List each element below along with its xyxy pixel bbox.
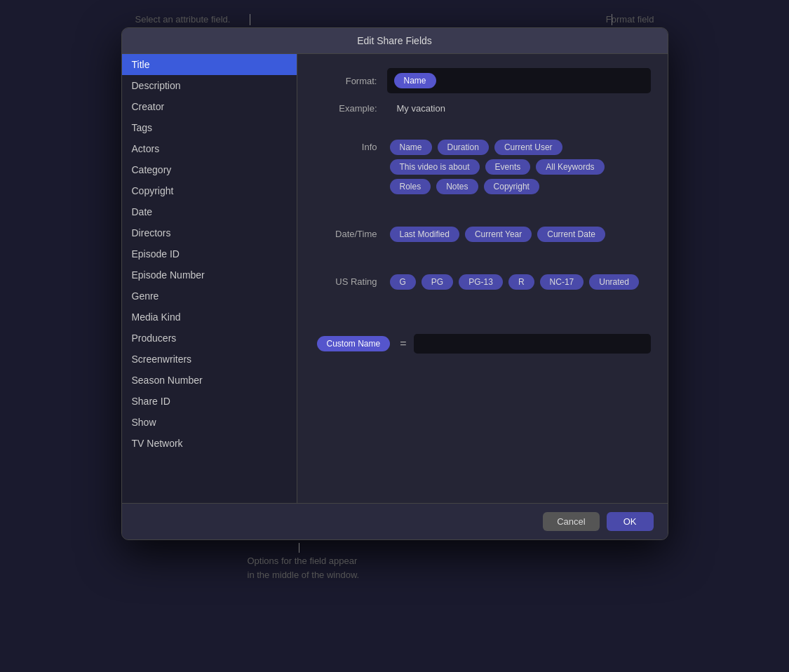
info-token-events[interactable]: Events (485, 159, 531, 175)
info-token-name[interactable]: Name (390, 140, 432, 155)
sidebar-item-producers[interactable]: Producers (122, 328, 297, 349)
sidebar-item-screenwriters[interactable]: Screenwriters (122, 349, 297, 370)
info-token-this-video[interactable]: This video is about (390, 159, 480, 175)
dialog-content: Title Description Creator Tags Actors Ca… (122, 54, 668, 503)
example-value: My vacation (397, 103, 445, 114)
sidebar-item-actors[interactable]: Actors (122, 138, 297, 159)
datetime-label: Date/Time (314, 224, 377, 239)
annotation-format-field: Format field (606, 14, 654, 25)
edit-share-fields-dialog: Edit Share Fields Title Description Crea… (121, 27, 668, 540)
cancel-button[interactable]: Cancel (543, 512, 599, 531)
top-annotation-container: Select an attribute field. Format field (121, 14, 668, 27)
rating-token-g[interactable]: G (390, 274, 416, 290)
custom-text-input[interactable] (414, 334, 651, 354)
format-name-token[interactable]: Name (394, 73, 436, 88)
sidebar-item-show[interactable]: Show (122, 412, 297, 433)
sidebar-item-episode-number[interactable]: Episode Number (122, 264, 297, 285)
usrating-tokens-grid: G PG PG-13 R NC-17 Unrated (387, 272, 651, 292)
ok-button[interactable]: OK (607, 512, 654, 531)
sidebar-item-date[interactable]: Date (122, 201, 297, 222)
info-token-duration[interactable]: Duration (438, 140, 489, 155)
usrating-section-row: US Rating G PG PG-13 R NC-17 Unrated (314, 272, 651, 292)
example-label: Example: (314, 103, 377, 114)
annotation-select-attribute: Select an attribute field. (135, 14, 231, 25)
format-input-area[interactable]: Name (387, 68, 651, 93)
example-row: Example: My vacation (314, 103, 651, 114)
dialog-footer: Cancel OK (122, 503, 668, 539)
datetime-token-last-modified[interactable]: Last Modified (390, 227, 459, 242)
info-section-row: Info Name Duration Current User This vid… (314, 137, 651, 196)
info-token-copyright[interactable]: Copyright (484, 179, 539, 194)
info-token-current-user[interactable]: Current User (494, 140, 562, 155)
info-token-notes[interactable]: Notes (436, 179, 478, 194)
bottom-annotation-container: Options for the field appearin the middl… (121, 543, 668, 582)
rating-token-nc17[interactable]: NC-17 (540, 274, 584, 290)
dialog-title: Edit Share Fields (357, 35, 432, 46)
info-tokens-grid: Name Duration Current User This video is… (387, 137, 651, 196)
sidebar-item-creator[interactable]: Creator (122, 96, 297, 117)
sidebar-item-share-id[interactable]: Share ID (122, 391, 297, 412)
datetime-token-current-year[interactable]: Current Year (465, 227, 532, 242)
sidebar-item-tags[interactable]: Tags (122, 117, 297, 138)
main-content: Format: Name Example: My vacation Info N… (297, 54, 668, 503)
sidebar-item-tv-network[interactable]: TV Network (122, 433, 297, 454)
rating-token-pg13[interactable]: PG-13 (459, 274, 503, 290)
info-label: Info (314, 137, 377, 152)
format-label: Format: (314, 76, 377, 86)
info-token-roles[interactable]: Roles (390, 179, 431, 194)
usrating-label: US Rating (314, 272, 377, 287)
sidebar-item-category[interactable]: Category (122, 159, 297, 180)
sidebar-item-media-kind[interactable]: Media Kind (122, 307, 297, 328)
datetime-tokens-grid: Last Modified Current Year Current Date (387, 224, 651, 244)
sidebar-item-copyright[interactable]: Copyright (122, 180, 297, 201)
annotation-bottom: Options for the field appearin the middl… (248, 556, 360, 580)
info-token-all-keywords[interactable]: All Keywords (536, 159, 604, 175)
rating-token-r[interactable]: R (508, 274, 534, 290)
sidebar-item-description[interactable]: Description (122, 75, 297, 96)
sidebar-item-season-number[interactable]: Season Number (122, 370, 297, 391)
datetime-token-current-date[interactable]: Current Date (537, 227, 605, 242)
sidebar-item-title[interactable]: Title (122, 54, 297, 75)
rating-token-pg[interactable]: PG (422, 274, 453, 290)
custom-name-row: Custom Name = (314, 334, 651, 354)
dialog-titlebar: Edit Share Fields (122, 28, 668, 54)
datetime-section-row: Date/Time Last Modified Current Year Cur… (314, 224, 651, 244)
sidebar-item-genre[interactable]: Genre (122, 285, 297, 307)
custom-name-token[interactable]: Custom Name (317, 336, 391, 351)
rating-token-unrated[interactable]: Unrated (589, 274, 639, 290)
format-row: Format: Name (314, 68, 651, 93)
equals-sign: = (400, 337, 406, 350)
sidebar-item-directors[interactable]: Directors (122, 222, 297, 243)
sidebar-item-episode-id[interactable]: Episode ID (122, 243, 297, 264)
sidebar: Title Description Creator Tags Actors Ca… (122, 54, 297, 503)
